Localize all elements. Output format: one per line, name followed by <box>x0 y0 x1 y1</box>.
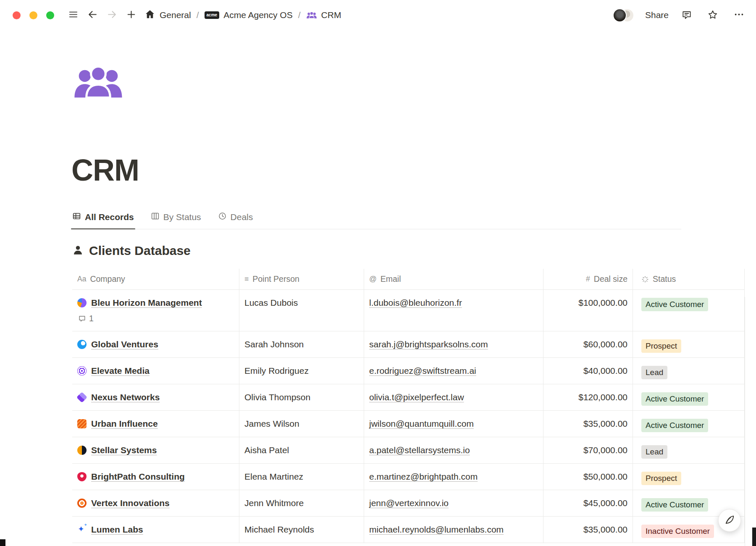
email-cell[interactable]: e.martinez@brightpath.com <box>364 464 543 490</box>
company-open-target[interactable]: Stellar Systems <box>77 445 234 455</box>
status-cell[interactable]: Active Customer <box>633 411 745 437</box>
page-title[interactable]: CRM <box>71 155 756 186</box>
company-open-target[interactable]: Global Ventures <box>77 339 234 349</box>
company-open-target[interactable]: Vertex Innovations <box>77 498 234 508</box>
company-cell[interactable]: Bleu Horizon Management 1 <box>72 290 239 331</box>
deal-size-cell[interactable]: $40,000.00 <box>543 358 633 384</box>
breadcrumb-teamspace[interactable]: General <box>142 7 194 24</box>
company-open-target[interactable]: Lumen Labs <box>77 525 234 535</box>
email-cell[interactable]: michael.reynolds@lumenlabs.com <box>364 517 543 543</box>
point-person-cell[interactable]: James Wilson <box>239 411 364 437</box>
email-link[interactable]: e.rodriguez@swiftstream.ai <box>369 366 476 375</box>
company-cell[interactable]: Global Ventures <box>72 331 239 357</box>
company-name-link[interactable]: Bleu Horizon Management <box>91 298 202 308</box>
email-link[interactable]: a.patel@stellarsystems.io <box>369 445 470 455</box>
point-person-cell[interactable]: Olivia Thompson <box>239 384 364 410</box>
email-cell[interactable]: a.patel@stellarsystems.io <box>364 437 543 463</box>
status-cell[interactable]: Lead <box>633 437 745 463</box>
email-link[interactable]: michael.reynolds@lumenlabs.com <box>369 525 504 534</box>
deal-size-cell[interactable]: $120,000.00 <box>543 384 633 410</box>
company-name-link[interactable]: Global Ventures <box>91 339 158 349</box>
point-person-cell[interactable]: Elena Martinez <box>239 464 364 490</box>
tab-by-status[interactable]: By Status <box>151 212 201 229</box>
company-cell[interactable]: Nexus Networks <box>72 384 239 410</box>
column-header-deal-size[interactable]: # Deal size <box>543 269 633 290</box>
deal-size-cell[interactable]: $70,000.00 <box>543 437 633 463</box>
company-name-link[interactable]: Vertex Innovations <box>91 498 170 508</box>
email-cell[interactable]: sarah.j@brightsparksolns.com <box>364 331 543 357</box>
company-cell[interactable]: BrightPath Consulting <box>72 464 239 490</box>
status-cell[interactable]: Prospect <box>633 464 745 490</box>
email-link[interactable]: jwilson@quantumquill.com <box>369 419 474 428</box>
company-cell[interactable]: Lumen Labs <box>72 517 239 543</box>
status-cell[interactable]: Active Customer <box>633 384 745 410</box>
company-cell[interactable]: Urban Influence <box>72 411 239 437</box>
company-cell[interactable]: Stellar Systems <box>72 437 239 463</box>
email-link[interactable]: jenn@vertexinnov.io <box>369 498 449 508</box>
favorite-button[interactable] <box>705 7 721 23</box>
email-link[interactable]: sarah.j@brightsparksolns.com <box>369 339 488 349</box>
status-cell[interactable]: Lead <box>633 358 745 384</box>
deal-size-cell[interactable]: $100,000.00 <box>543 290 633 331</box>
deal-size-cell[interactable]: $60,000.00 <box>543 331 633 357</box>
company-name-link[interactable]: Nexus Networks <box>91 392 160 402</box>
column-header-email[interactable]: @ Email <box>364 269 543 290</box>
company-open-target[interactable]: BrightPath Consulting <box>77 472 234 482</box>
company-open-target[interactable]: Urban Influence <box>77 419 234 429</box>
email-cell[interactable]: olivia.t@pixelperfect.law <box>364 384 543 410</box>
column-header-company[interactable]: Aa Company <box>72 269 239 290</box>
company-name-link[interactable]: Stellar Systems <box>91 445 157 455</box>
company-name-link[interactable]: BrightPath Consulting <box>91 472 185 482</box>
comments-button[interactable] <box>679 7 695 23</box>
deal-size-cell[interactable]: $35,000.00 <box>543 517 633 543</box>
new-page-button[interactable] <box>123 7 139 23</box>
share-button[interactable]: Share <box>645 10 669 20</box>
company-cell[interactable]: Vertex Innovations <box>72 490 239 516</box>
close-window-button[interactable] <box>13 11 21 19</box>
deal-size-cell[interactable]: $45,000.00 <box>543 490 633 516</box>
ai-assistant-button[interactable] <box>718 509 741 532</box>
tab-all-records[interactable]: All Records <box>72 212 134 229</box>
more-options-button[interactable] <box>731 7 747 23</box>
email-link[interactable]: l.dubois@bleuhorizon.fr <box>369 298 462 307</box>
email-cell[interactable]: jenn@vertexinnov.io <box>364 490 543 516</box>
company-cell[interactable]: Elevate Media <box>72 358 239 384</box>
point-person-cell[interactable]: Emily Rodriguez <box>239 358 364 384</box>
deal-size-cell[interactable]: $50,000.00 <box>543 464 633 490</box>
tab-deals[interactable]: Deals <box>218 212 253 229</box>
point-person-cell[interactable]: Lucas Dubois <box>239 290 364 331</box>
email-link[interactable]: olivia.t@pixelperfect.law <box>369 392 464 402</box>
page-icon-people[interactable] <box>72 63 124 101</box>
comment-count-row[interactable]: 1 <box>78 314 234 323</box>
point-person-cell[interactable]: Michael Reynolds <box>239 517 364 543</box>
database-title[interactable]: Clients Database <box>89 244 191 258</box>
point-person-cell[interactable]: Aisha Patel <box>239 437 364 463</box>
column-header-status[interactable]: Status <box>633 269 745 290</box>
sidebar-toggle-button[interactable] <box>65 7 81 23</box>
breadcrumb-page[interactable]: CRM <box>303 8 344 22</box>
email-cell[interactable]: jwilson@quantumquill.com <box>364 411 543 437</box>
user-avatar[interactable] <box>613 8 627 22</box>
company-name-link[interactable]: Urban Influence <box>91 419 158 429</box>
minimize-window-button[interactable] <box>29 11 37 19</box>
point-person-cell[interactable]: Sarah Johnson <box>239 331 364 357</box>
company-name-link[interactable]: Elevate Media <box>91 366 150 376</box>
email-cell[interactable]: e.rodriguez@swiftstream.ai <box>364 358 543 384</box>
column-header-point-person[interactable]: ≡ Point Person <box>239 269 364 290</box>
at-sign-icon: @ <box>369 275 377 284</box>
deal-size-cell[interactable]: $35,000.00 <box>543 411 633 437</box>
point-person-cell[interactable]: Jenn Whitmore <box>239 490 364 516</box>
company-open-target[interactable]: Bleu Horizon Management <box>77 298 234 308</box>
company-name-link[interactable]: Lumen Labs <box>91 525 143 535</box>
email-link[interactable]: e.martinez@brightpath.com <box>369 472 478 481</box>
forward-button[interactable] <box>104 7 120 23</box>
nav-cluster <box>65 7 139 23</box>
company-open-target[interactable]: Nexus Networks <box>77 392 234 402</box>
email-cell[interactable]: l.dubois@bleuhorizon.fr <box>364 290 543 331</box>
zoom-window-button[interactable] <box>46 11 54 19</box>
status-cell[interactable]: Prospect <box>633 331 745 357</box>
company-open-target[interactable]: Elevate Media <box>77 366 234 376</box>
back-button[interactable] <box>84 7 100 23</box>
status-cell[interactable]: Active Customer <box>633 290 745 331</box>
breadcrumb-workspace[interactable]: acme Acme Agency OS <box>202 8 296 22</box>
